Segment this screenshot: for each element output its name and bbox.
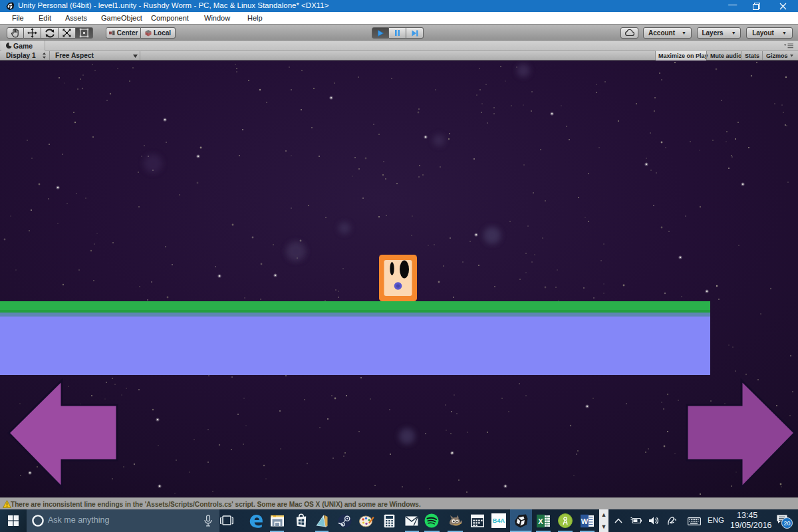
svg-text:W: W <box>581 517 589 525</box>
svg-text:X: X <box>538 517 543 525</box>
